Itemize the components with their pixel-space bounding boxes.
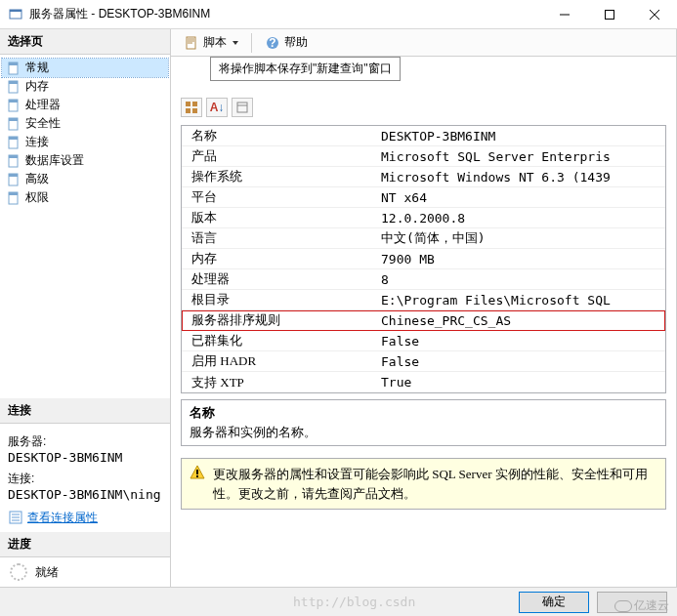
property-name: 操作系统 (182, 168, 377, 185)
app-icon (8, 7, 23, 22)
sidebar-item-6[interactable]: 高级 (2, 170, 168, 188)
view-connection-properties-link[interactable]: 查看连接属性 (8, 510, 98, 526)
sidebar-item-label: 安全性 (25, 115, 61, 132)
property-value: E:\Program Files\Microsoft SQL (377, 293, 665, 308)
page-icon (6, 116, 21, 132)
property-row[interactable]: 操作系统Microsoft Windows NT 6.3 (1439 (182, 167, 665, 187)
svg-rect-9 (9, 81, 18, 84)
sidebar-item-3[interactable]: 安全性 (2, 114, 168, 133)
window-title: 服务器属性 - DESKTOP-3BM6INM (29, 6, 542, 22)
minimize-button[interactable] (542, 0, 587, 28)
svg-rect-32 (192, 108, 197, 113)
svg-rect-3 (606, 10, 614, 19)
svg-rect-13 (9, 118, 18, 121)
toolbar: 脚本 ? 帮助 将操作脚本保存到"新建查询"窗口 (171, 29, 676, 57)
progress-status: 就绪 (35, 564, 59, 581)
brand-watermark: 亿速云 (614, 597, 669, 614)
warning-icon (190, 465, 205, 480)
sidebar-item-4[interactable]: 连接 (2, 133, 168, 151)
property-row[interactable]: 版本12.0.2000.8 (182, 208, 665, 228)
help-button[interactable]: ? 帮助 (258, 31, 315, 54)
property-row[interactable]: 服务器排序规则Chinese_PRC_CS_AS (182, 310, 665, 331)
description-box: 名称 服务器和实例的名称。 (181, 399, 666, 446)
alphabetical-button[interactable]: A↓ (206, 98, 228, 117)
property-name: 已群集化 (182, 332, 377, 349)
property-name: 服务器排序规则 (182, 311, 377, 329)
warning-text: 更改服务器的属性和设置可能会影响此 SQL Server 实例的性能、安全性和可… (213, 465, 657, 503)
close-button[interactable] (632, 0, 677, 28)
sidebar-item-2[interactable]: 处理器 (2, 96, 168, 114)
svg-rect-33 (237, 103, 247, 112)
page-icon (6, 61, 21, 76)
sidebar-item-5[interactable]: 数据库设置 (2, 151, 168, 170)
toolbar-separator (251, 33, 252, 53)
property-row[interactable]: 支持 XTPTrue (182, 372, 665, 392)
property-row[interactable]: 产品Microsoft SQL Server Enterpris (182, 146, 665, 167)
property-grid-toolbar: A↓ (181, 98, 666, 117)
sidebar-item-label: 处理器 (25, 97, 61, 113)
sidebar-item-label: 数据库设置 (25, 152, 84, 169)
connection-info: 服务器: DESKTOP-3BM6INM 连接: DESKTOP-3BM6INM… (0, 424, 170, 533)
right-pane: 脚本 ? 帮助 将操作脚本保存到"新建查询"窗口 A↓ 名称DESKTOP-3B… (171, 29, 677, 587)
brand-name: 亿速云 (634, 597, 669, 614)
svg-rect-21 (9, 192, 18, 195)
property-row[interactable]: 处理器8 (182, 269, 665, 290)
sidebar-item-1[interactable]: 内存 (2, 77, 168, 96)
page-tree: 常规内存处理器安全性连接数据库设置高级权限 (0, 55, 170, 211)
page-icon (6, 153, 21, 169)
connection-header: 连接 (0, 398, 170, 424)
view-connection-properties-label: 查看连接属性 (27, 510, 98, 526)
property-row[interactable]: 根目录E:\Program Files\Microsoft SQL (182, 290, 665, 310)
property-value: 12.0.2000.8 (377, 211, 665, 226)
sidebar-item-label: 连接 (25, 134, 49, 150)
property-name: 产品 (182, 147, 377, 165)
page-icon (6, 172, 21, 187)
svg-text:?: ? (269, 36, 275, 50)
window-titlebar: 服务器属性 - DESKTOP-3BM6INM (0, 0, 677, 29)
svg-rect-1 (10, 10, 21, 12)
property-row[interactable]: 已群集化False (182, 331, 665, 351)
sidebar-item-0[interactable]: 常规 (2, 59, 168, 77)
ok-button[interactable]: 确定 (519, 592, 589, 613)
sidebar-item-7[interactable]: 权限 (2, 188, 168, 207)
description-text: 服务器和实例的名称。 (190, 424, 657, 441)
server-value: DESKTOP-3BM6INM (8, 450, 162, 465)
categorized-button[interactable] (181, 98, 202, 117)
property-value: True (377, 375, 665, 390)
svg-rect-31 (186, 108, 190, 113)
content-area: A↓ 名称DESKTOP-3BM6INM产品Microsoft SQL Serv… (171, 57, 676, 587)
cloud-icon (614, 600, 632, 612)
help-icon: ? (265, 35, 280, 51)
select-page-header: 选择页 (0, 29, 170, 55)
property-value: DESKTOP-3BM6INM (377, 129, 665, 144)
property-name: 名称 (182, 127, 377, 144)
dialog-footer: http://blog.csdn 确定 亿速云 (0, 587, 677, 616)
property-row[interactable]: 名称DESKTOP-3BM6INM (182, 126, 665, 146)
script-button[interactable]: 脚本 (177, 31, 245, 54)
maximize-button[interactable] (587, 0, 632, 28)
property-row[interactable]: 平台NT x64 (182, 187, 665, 208)
progress-block: 就绪 (0, 557, 170, 587)
progress-spinner-icon (10, 563, 27, 581)
property-name: 支持 XTP (182, 374, 377, 391)
property-pages-button[interactable] (232, 98, 253, 117)
chevron-down-icon (233, 41, 238, 45)
property-name: 启用 HADR (182, 352, 377, 370)
server-label: 服务器: (8, 433, 162, 450)
property-row[interactable]: 内存7900 MB (182, 249, 665, 269)
property-name: 处理器 (182, 270, 377, 288)
connection-label: 连接: (8, 471, 162, 487)
svg-rect-19 (9, 174, 18, 177)
property-name: 平台 (182, 188, 377, 206)
property-row[interactable]: 启用 HADRFalse (182, 351, 665, 372)
svg-rect-35 (196, 470, 198, 474)
property-name: 版本 (182, 209, 377, 226)
svg-rect-17 (9, 155, 18, 158)
description-title: 名称 (190, 404, 657, 422)
page-icon (6, 135, 21, 150)
property-row[interactable]: 语言中文(简体，中国) (182, 228, 665, 249)
properties-icon (8, 510, 23, 525)
ok-label: 确定 (542, 594, 566, 610)
property-value: Microsoft SQL Server Enterpris (377, 149, 665, 164)
property-value: 8 (377, 272, 665, 287)
